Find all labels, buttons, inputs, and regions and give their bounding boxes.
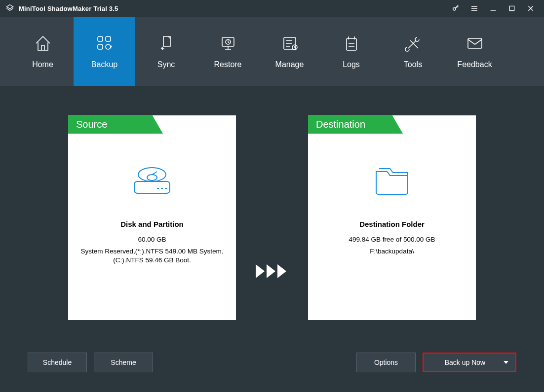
chevron-down-icon <box>504 361 508 364</box>
svg-rect-2 <box>98 36 103 41</box>
destination-tab-label: Destination <box>308 115 392 134</box>
main-nav: Home Backup Sync Restore Manage <box>0 17 544 86</box>
destination-title: Destination Folder <box>359 220 425 228</box>
destination-path: F:\backupdata\ <box>361 247 423 256</box>
svg-rect-1 <box>509 6 514 10</box>
nav-label: Sync <box>157 60 175 69</box>
source-size: 60.00 GB <box>129 235 175 244</box>
options-button[interactable]: Options <box>356 353 416 372</box>
svg-rect-3 <box>106 36 111 41</box>
arrow-icon <box>256 264 288 278</box>
source-details: System Reserved,(*:).NTFS 549.00 MB Syst… <box>68 247 236 265</box>
maximize-button[interactable] <box>503 0 521 17</box>
nav-restore[interactable]: Restore <box>197 17 259 86</box>
minimize-button[interactable] <box>484 0 503 17</box>
svg-rect-11 <box>134 181 170 193</box>
restore-icon <box>218 34 238 53</box>
home-icon <box>33 34 53 53</box>
nav-label: Home <box>32 60 53 69</box>
source-card-body: Disk and Partition 60.00 GB System Reser… <box>68 134 236 320</box>
source-tab-label: Source <box>68 115 152 134</box>
nav-feedback[interactable]: Feedback <box>444 17 505 86</box>
close-button[interactable] <box>521 0 540 17</box>
nav-sync[interactable]: Sync <box>135 17 197 86</box>
folder-icon <box>367 160 417 199</box>
app-title: MiniTool ShadowMaker Trial 3.5 <box>19 5 118 12</box>
svg-point-0 <box>453 8 456 10</box>
svg-rect-4 <box>98 44 103 49</box>
sync-icon <box>156 34 176 53</box>
title-bar: MiniTool ShadowMaker Trial 3.5 <box>0 0 544 17</box>
app-window: MiniTool ShadowMaker Trial 3.5 Home <box>0 0 544 392</box>
nav-label: Manage <box>275 60 304 69</box>
nav-label: Tools <box>404 60 422 69</box>
logs-icon <box>342 34 361 53</box>
nav-label: Feedback <box>457 60 492 69</box>
content-area: Source Disk and Partition 60.00 GB Syste… <box>0 86 544 343</box>
bottom-bar: Schedule Scheme Options Back up Now <box>0 343 544 392</box>
tools-icon <box>403 34 423 53</box>
source-card[interactable]: Source Disk and Partition 60.00 GB Syste… <box>68 115 236 320</box>
svg-rect-9 <box>347 38 356 50</box>
destination-card-body: Destination Folder 499.84 GB free of 500… <box>308 134 476 320</box>
feedback-icon <box>465 34 485 53</box>
menu-icon[interactable] <box>465 0 484 17</box>
nav-logs[interactable]: Logs <box>320 17 382 86</box>
schedule-button[interactable]: Schedule <box>28 353 87 372</box>
app-logo-icon <box>5 3 15 13</box>
nav-backup[interactable]: Backup <box>74 17 135 86</box>
nav-tools[interactable]: Tools <box>382 17 444 86</box>
manage-icon <box>280 34 300 53</box>
nav-home[interactable]: Home <box>12 17 74 86</box>
nav-label: Restore <box>214 60 241 69</box>
destination-card[interactable]: Destination Destination Folder 499.84 GB… <box>308 115 476 320</box>
backup-icon <box>95 34 115 53</box>
nav-label: Backup <box>91 60 117 69</box>
nav-manage[interactable]: Manage <box>259 17 320 86</box>
key-icon[interactable] <box>446 0 465 17</box>
scheme-button[interactable]: Scheme <box>94 353 153 372</box>
source-title: Disk and Partition <box>120 220 184 228</box>
backup-now-button[interactable]: Back up Now <box>423 353 516 372</box>
disk-icon <box>127 160 177 199</box>
backup-now-label: Back up Now <box>445 358 485 366</box>
svg-rect-10 <box>468 38 482 48</box>
destination-free: 499.84 GB free of 500.00 GB <box>340 235 444 244</box>
nav-label: Logs <box>343 60 360 69</box>
